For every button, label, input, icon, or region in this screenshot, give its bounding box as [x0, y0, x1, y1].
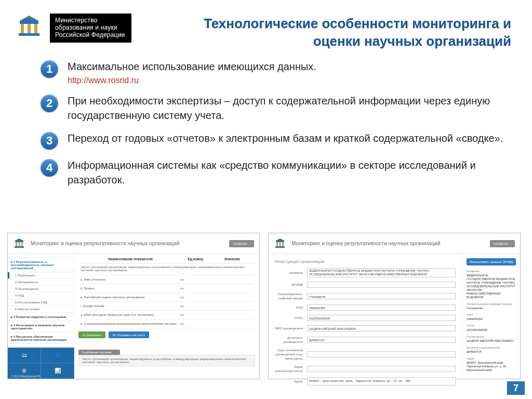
svg-rect-3: [19, 33, 39, 36]
table-row: а. Web of scienceшт.: [78, 275, 255, 284]
sidebar-item[interactable]: 2 Цитируемость: [8, 279, 74, 286]
inp-post[interactable]: ДИРЕКТОР: [307, 337, 456, 343]
form-side: Использовать данные СРНБД НазваниеФЕДЕРА…: [462, 254, 520, 379]
num-badge: 3: [41, 132, 58, 150]
svg-rect-6: [21, 242, 23, 246]
login-button[interactable]: info@mail…: [490, 240, 515, 247]
ministry-block: Министерство образования и науки Российс…: [50, 14, 131, 43]
screenshot-2: Мониторинг и оценка результативности нау…: [268, 233, 521, 379]
svg-rect-11: [275, 246, 285, 248]
point-text: Максимальное использование имеющихся дан…: [68, 59, 508, 74]
lbl-inn: ИНН: [275, 305, 307, 310]
svg-rect-2: [34, 24, 37, 33]
lbl-head: ФИО руководителя: [275, 326, 307, 330]
inp-addr[interactable]: 660097, Красноярский край, Парижской Ком…: [307, 377, 456, 385]
msg-head: Сообщение системы: [78, 350, 120, 355]
page-title: Технологические особенности мониторинга …: [204, 15, 511, 50]
inp-foaiv[interactable]: [307, 282, 456, 288]
slide: Министерство образования и науки Российс…: [0, 0, 532, 399]
svg-rect-1: [28, 24, 31, 33]
svg-rect-9: [280, 242, 281, 246]
sidebar-item[interactable]: 4 РИД: [8, 292, 74, 299]
svg-rect-4: [16, 242, 17, 246]
lbl-term: Срок полномочий руководителя (год-месяц-…: [275, 348, 307, 361]
point-4: 4 Информационная системы как «средство к…: [41, 158, 508, 187]
use-data-button[interactable]: Использовать данные СРНБД: [467, 258, 516, 265]
inp-inn[interactable]: 2466000354: [307, 304, 456, 311]
point-link[interactable]: http://www.rosrid.ru: [68, 76, 508, 85]
num-badge: 4: [41, 159, 58, 177]
inp-orgform[interactable]: Учреждение: [307, 293, 456, 299]
login-button[interactable]: info@mail…: [229, 240, 254, 247]
svg-rect-5: [19, 242, 20, 246]
ministry-line: Министерство: [55, 17, 125, 24]
screenshots: Мониторинг и оценка результативности нау…: [7, 233, 521, 379]
table-row: б. Scopusшт.: [78, 284, 255, 293]
table-row: г. Google Scholarшт.: [78, 302, 255, 311]
ministry-line: Российской Федерации: [55, 31, 125, 38]
title-line: оценки научных организаций: [204, 32, 511, 50]
inp-ogrn[interactable]: 1022402665999: [307, 315, 456, 321]
sidebar-item[interactable]: 5 Использование РИД: [8, 299, 74, 306]
num-badge: 2: [41, 95, 58, 112]
shot-title: Мониторинг и оценка результативности нау…: [291, 241, 490, 246]
lbl-email: Адрес электронной почты: [275, 365, 307, 373]
table-description: Число публикаций организации, индексируе…: [78, 263, 255, 275]
footer-copy: © 2014 Минобрнауки РФ: [11, 375, 41, 378]
lbl-orgform: Организационно-правовая форма: [275, 292, 307, 300]
col-header: Ед.измер.: [180, 257, 211, 261]
form-heading: Регистрация организации: [275, 259, 456, 264]
lbl-foaiv: ФОАИВ: [275, 283, 307, 287]
msg-body: Число публикаций организации, индексируе…: [78, 355, 255, 366]
lbl-name: Название: [275, 271, 307, 275]
point-3: 3 Переход от годовых «отчетов» к электро…: [41, 131, 508, 150]
points-list: 1 Максимальное использование имеющихся д…: [41, 59, 508, 195]
lbl-post: Должность руководителя: [275, 336, 307, 344]
sidebar-section-2[interactable]: ▸ 2 Развитие кадрового потенциала: [8, 313, 74, 321]
num-badge: 1: [41, 60, 58, 78]
title-line: Технологические особенности мониторинга …: [204, 15, 511, 32]
screenshot-1: Мониторинг и оценка результативности нау…: [7, 233, 260, 379]
svg-rect-10: [282, 242, 284, 246]
form-main: Регистрация организации НазваниеФЕДЕРАЛЬ…: [269, 254, 462, 379]
point-text: При необходимости экспертизы – доступ к …: [68, 94, 508, 123]
sidebar-item[interactable]: 1 Публикации: [8, 272, 74, 279]
tile-icon[interactable]: 📊: [41, 363, 74, 379]
col-header: Значение: [211, 257, 253, 261]
svg-rect-0: [21, 24, 24, 33]
ministry-line: образования и науки: [55, 24, 125, 31]
sidebar-item[interactable]: 6 Web-источники: [8, 306, 74, 313]
inp-term[interactable]: [307, 351, 456, 357]
inp-email[interactable]: [307, 366, 456, 372]
emblem-icon: [274, 237, 286, 250]
table-row: е. Специализированные информационно-анал…: [78, 320, 255, 328]
shot-header: Мониторинг и оценка результативности нау…: [269, 233, 520, 254]
send-button[interactable]: ✉ Отправить на почту: [109, 331, 149, 338]
svg-rect-7: [15, 246, 24, 248]
tile-icon[interactable]: 🗂: [8, 348, 41, 363]
sidebar-section-4[interactable]: ▸ 4 Ресурсное обеспечение деятельности н…: [8, 332, 74, 344]
sidebar-section-3[interactable]: ▸ 3 Интеграция в мировое научное простра…: [8, 321, 74, 332]
table-row: д. ERIH (European Reference Index For Hu…: [78, 311, 255, 320]
point-1: 1 Максимальное использование имеющихся д…: [41, 59, 508, 85]
point-text: Переход от годовых «отчетов» к электронн…: [68, 131, 508, 145]
svg-rect-8: [276, 242, 278, 246]
page-number: 7: [507, 381, 525, 395]
shot-header: Мониторинг и оценка результативности нау…: [8, 233, 259, 254]
shot-title: Мониторинг и оценка результативности нау…: [31, 241, 229, 246]
inp-head[interactable]: ШАДРИН ЕВГЕНИЙ НИКОЛАЕВИЧ: [307, 325, 456, 331]
lbl-ogrn: ОГРН: [275, 316, 307, 320]
tile-nav: 🗂 👤 ⚙ 📊: [8, 348, 74, 379]
save-button[interactable]: ☑ Сохранить: [78, 331, 105, 338]
emblem-icon: [13, 237, 25, 250]
point-2: 2 При необходимости экспертизы – доступ …: [41, 94, 508, 123]
sidebar-item[interactable]: 3 Произведения: [8, 286, 74, 292]
lbl-addr: Адрес: [275, 379, 307, 383]
col-header: Наименование показателя: [81, 257, 180, 261]
header: Министерство образования и науки Российс…: [0, 14, 131, 43]
point-text: Информационная системы как «средство ком…: [68, 158, 508, 187]
tile-icon[interactable]: 👤: [41, 348, 74, 363]
sidebar-section-1[interactable]: ▸ 1 Результативность и востребованность …: [8, 258, 74, 272]
inp-name[interactable]: ФЕДЕРАЛЬНОЕ ГОСУДАРСТВЕННОЕ БЮДЖЕТНОЕ НА…: [307, 268, 456, 277]
emblem-icon: [15, 14, 44, 43]
